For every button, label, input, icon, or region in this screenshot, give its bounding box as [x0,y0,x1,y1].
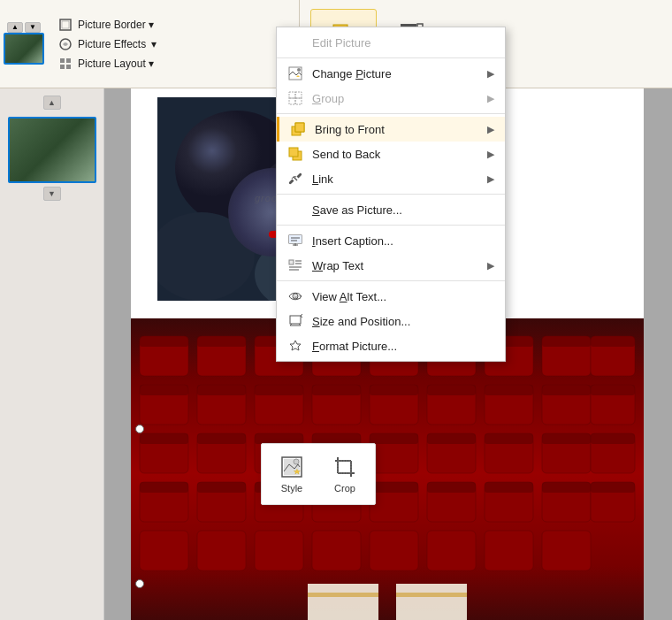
menu-separator-4 [277,225,505,226]
svg-rect-104 [308,593,378,597]
svg-rect-92 [591,433,635,444]
wrap-text-icon [287,257,303,273]
svg-rect-122 [289,260,294,264]
menu-item-wrap-text-label: Wrap Text [312,259,478,272]
menu-separator-5 [277,280,505,281]
slide-thumbnail-strip: ▲ ▼ [0,88,104,620]
svg-point-137 [294,459,299,464]
svg-rect-5 [60,65,65,69]
float-toolbar: Style Crop [261,443,376,505]
svg-rect-76 [197,385,246,395]
wrap-text-arrow: ▶ [487,260,494,272]
picture-layout-icon [58,57,73,71]
style-button[interactable]: Style [272,451,311,497]
slide-thumbnail-1-preview [10,119,95,181]
send-to-back-icon [287,146,303,162]
svg-rect-60 [255,531,303,570]
menu-separator-1 [277,57,505,58]
svg-rect-79 [370,385,418,395]
svg-rect-81 [485,385,533,395]
style-icon [279,455,304,479]
menu-item-wrap-text[interactable]: Wrap Text ▶ [277,253,505,278]
svg-rect-97 [370,482,418,493]
svg-rect-88 [370,433,418,444]
svg-rect-75 [140,385,188,395]
svg-rect-67 [197,336,246,347]
menu-item-edit-picture-label: Edit Picture [312,36,494,50]
link-arrow: ▶ [487,173,494,185]
svg-rect-111 [295,98,302,104]
menu-item-group[interactable]: Group ▶ [277,86,505,111]
context-menu: Edit Picture Change Picture ▶ Group ▶ [276,27,506,362]
svg-rect-109 [295,92,302,98]
menu-item-insert-caption[interactable]: Insert Caption... [277,228,505,253]
format-picture-icon [287,338,303,354]
ribbon-picture-layout[interactable]: Picture Layout ▾ [55,55,288,73]
menu-item-edit-picture[interactable]: Edit Picture [277,30,505,55]
svg-rect-99 [485,482,533,493]
thumb-scroll-up[interactable]: ▲ [43,96,61,110]
svg-rect-65 [542,531,591,570]
slide-thumbnail-1[interactable] [8,117,96,183]
svg-rect-115 [289,148,298,157]
svg-rect-63 [427,531,476,570]
ribbon-picture-border[interactable]: Picture Border ▾ [55,16,288,34]
ribbon-thumbnail-area: ▲ ▼ [0,0,48,88]
menu-item-link[interactable]: Link ▶ [277,166,505,191]
svg-rect-80 [427,385,476,395]
svg-rect-77 [255,385,303,395]
svg-rect-74 [591,336,635,347]
svg-rect-61 [312,531,361,570]
ribbon-scroll-up[interactable]: ▲ [7,22,23,33]
size-position-icon [287,313,303,329]
menu-item-send-to-back[interactable]: Send to Back ▶ [277,142,505,166]
menu-separator-2 [277,113,505,114]
selection-handle-left-mid[interactable] [135,425,144,433]
picture-border-icon [58,18,73,32]
link-icon [287,171,303,187]
selection-handle-left-bottom[interactable] [135,579,144,588]
svg-rect-1 [62,21,69,28]
ribbon-slide-thumbnail [4,33,44,65]
svg-rect-142 [338,461,351,473]
crop-button[interactable]: Crop [325,451,364,497]
svg-rect-91 [542,433,591,444]
cinema-image[interactable] [131,318,644,620]
svg-rect-129 [290,316,301,324]
svg-rect-59 [197,531,246,570]
svg-rect-4 [66,58,71,63]
thumb-scroll-down[interactable]: ▼ [43,187,61,201]
menu-item-view-alt-text[interactable]: ALT View Alt Text... [277,284,505,309]
svg-text:ALT: ALT [294,295,302,300]
menu-item-send-to-back-label: Send to Back [312,148,478,161]
svg-rect-6 [66,65,71,69]
menu-item-save-as-picture[interactable]: Save as Picture... [277,197,505,222]
change-picture-arrow: ▶ [487,68,494,80]
menu-item-format-picture-label: Format Picture... [312,340,494,353]
svg-rect-100 [542,482,591,493]
ribbon-nav-buttons: ▲ ▼ [7,22,41,33]
ribbon-picture-layout-label: Picture Layout ▾ [78,57,154,70]
change-picture-icon [287,65,303,81]
svg-rect-89 [427,433,476,444]
ribbon-scroll-down[interactable]: ▼ [25,22,41,33]
insert-caption-icon [287,233,303,249]
menu-item-format-picture[interactable]: Format Picture... [277,333,505,358]
svg-rect-117 [289,235,302,243]
view-alt-text-icon: ALT [287,288,303,304]
menu-item-link-label: Link [312,172,478,186]
svg-rect-101 [591,482,635,493]
svg-rect-90 [485,433,533,444]
svg-line-133 [301,314,302,316]
menu-separator-3 [277,194,505,195]
bring-to-front-arrow: ▶ [487,124,494,135]
svg-rect-85 [197,433,246,444]
ribbon-picture-effects[interactable]: Picture Effects ▾ [55,35,288,53]
svg-rect-3 [60,58,65,63]
ribbon-picture-options: Picture Border ▾ Picture Effects ▾ Pictu… [48,0,295,88]
style-button-label: Style [281,483,302,494]
menu-item-change-picture[interactable]: Change Picture ▶ [277,61,505,86]
menu-item-bring-to-front[interactable]: Bring to Front ▶ [277,117,505,142]
menu-item-size-position[interactable]: Size and Position... [277,309,505,333]
group-arrow: ▶ [487,93,494,104]
